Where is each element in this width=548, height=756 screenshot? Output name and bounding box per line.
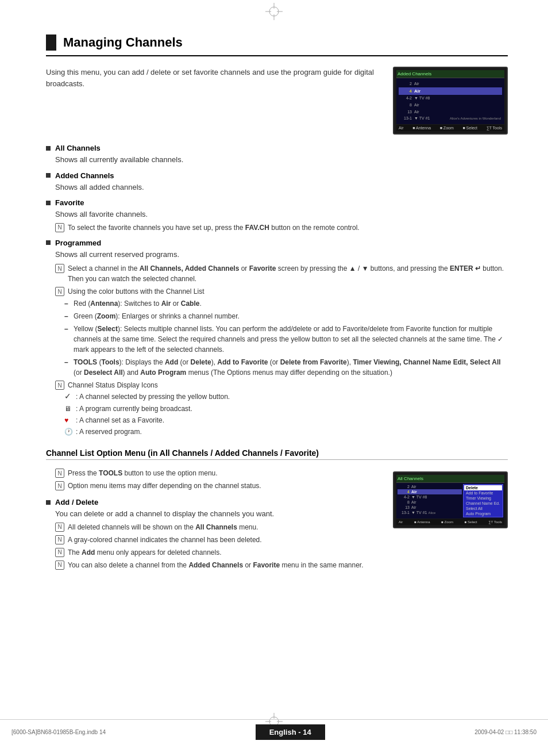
favorite-section: Favorite Shows all favorite channels. N … xyxy=(46,198,508,233)
footer-page-label: English - 14 xyxy=(256,724,325,740)
title-accent xyxy=(46,34,56,51)
page-title: Managing Channels xyxy=(63,35,183,50)
bullet-all-channels xyxy=(46,146,51,151)
note-status: N Channel Status Display Icons xyxy=(55,380,508,390)
note-icon-2: N xyxy=(55,287,64,296)
all-channels-section: All Channels Shows all currently availab… xyxy=(46,144,508,166)
page-footer: [6000-SA]BN68-01985B-Eng.indb 14 English… xyxy=(0,719,548,745)
channel-option-pair: N Press the TOOLS button to use the opti… xyxy=(46,466,508,576)
dash-green: – Green (Zoom): Enlarges or shrinks a ch… xyxy=(64,311,508,321)
add-delete-note-1: N All deleted channels will be shown on … xyxy=(55,522,381,532)
channel-note-1: N Press the TOOLS button to use the opti… xyxy=(55,468,381,478)
note-1: N Select a channel in the All Channels, … xyxy=(55,263,508,284)
add-delete-note-3: N The Add menu only appears for deleted … xyxy=(55,547,381,558)
channel-option-left: N Press the TOOLS button to use the opti… xyxy=(46,466,393,576)
note-icon-cl1: N xyxy=(55,469,64,478)
add-delete-body: You can delete or add a channel to displ… xyxy=(55,508,381,520)
favorite-note: N To select the favorite channels you ha… xyxy=(55,222,508,233)
all-channels-heading: All Channels xyxy=(55,144,101,152)
top-crosshair xyxy=(265,3,283,20)
channel-note-2: N Option menu items may differ depending… xyxy=(55,481,381,491)
note-icon-ad1: N xyxy=(55,523,64,532)
note-icon-ad3: N xyxy=(55,548,64,557)
channel-list-option-section: Channel List Option Menu (in All Channel… xyxy=(46,448,508,576)
note-icon-ad4: N xyxy=(55,561,64,570)
tv-screen-2: All Channels 2 Air 4 Air 4-2 ▼ xyxy=(393,471,508,528)
section-title-bar: Managing Channels xyxy=(46,34,508,56)
note-2: N Using the color buttons with the Chann… xyxy=(55,286,508,297)
add-delete-note-2: N A gray-colored channel indicates the c… xyxy=(55,535,381,545)
status-heart: ♥ : A channel set as a Favorite. xyxy=(64,415,508,425)
note-icon-cl2: N xyxy=(55,481,64,490)
status-timer: 🕐 : A reserved program. xyxy=(64,427,508,437)
dash-list: – Red (Antenna): Switches to Air or Cabl… xyxy=(64,298,508,378)
channel-list-option-heading: Channel List Option Menu (in All Channel… xyxy=(46,448,508,460)
favorite-body: Shows all favorite channels. xyxy=(55,209,508,220)
add-delete-note-2-text: A gray-colored channel indicates the cha… xyxy=(68,535,381,545)
add-delete-note-4: N You can also delete a channel from the… xyxy=(55,560,381,570)
status-broadcast: 🖥 : A program currently being broadcast. xyxy=(64,404,508,414)
programmed-heading: Programmed xyxy=(55,239,101,247)
bullet-add-delete xyxy=(46,500,51,505)
channel-note-1-text: Press the TOOLS button to use the option… xyxy=(68,468,381,478)
note-icon-status: N xyxy=(55,381,64,390)
dash-yellow: – Yellow (Select): Selects multiple chan… xyxy=(64,324,508,355)
all-channels-body: Shows all currently available channels. xyxy=(55,154,508,166)
footer-right: 2009-04-02 □□ 11:38:50 xyxy=(474,729,537,735)
footer-left: [6000-SA]BN68-01985B-Eng.indb 14 xyxy=(11,729,106,735)
favorite-heading: Favorite xyxy=(55,198,84,207)
bullet-added-channels xyxy=(46,173,51,178)
tv-screen-1: Added Channels 2Air 4Air 4-2▼ TV #8 8Air… xyxy=(393,67,508,135)
favorite-note-text: To select the favorite channels you have… xyxy=(68,222,508,233)
add-delete-heading: Add / Delete xyxy=(55,498,98,506)
status-check: ✓ : A channel selected by pressing the y… xyxy=(64,390,508,402)
added-channels-section: Added Channels Shows all added channels. xyxy=(46,171,508,193)
intro-row: Using this menu, you can add / delete or… xyxy=(46,67,508,135)
added-channels-body: Shows all added channels. xyxy=(55,182,508,193)
bullet-programmed xyxy=(46,240,51,245)
dash-red: – Red (Antenna): Switches to Air or Cabl… xyxy=(64,298,508,309)
added-channels-heading: Added Channels xyxy=(55,171,114,180)
programmed-body: Shows all current reserved programs. xyxy=(55,249,508,260)
programmed-section: Programmed Shows all current reserved pr… xyxy=(46,239,508,438)
add-delete-note-3-text: The Add menu only appears for deleted ch… xyxy=(68,547,381,558)
channel-note-2-text: Option menu items may differ depending o… xyxy=(68,481,381,491)
note-1-text: Select a channel in the All Channels, Ad… xyxy=(68,263,508,284)
bullet-favorite xyxy=(46,201,51,205)
note-icon-ad2: N xyxy=(55,535,64,544)
add-delete-section: Add / Delete You can delete or add a cha… xyxy=(46,498,381,570)
add-delete-note-1-text: All deleted channels will be shown on th… xyxy=(68,522,381,532)
note-status-text: Channel Status Display Icons xyxy=(68,380,508,390)
dash-tools: – TOOLS (Tools): Displays the Add (or De… xyxy=(64,357,508,378)
note-icon-fav: N xyxy=(55,223,64,232)
note-2-text: Using the color buttons with the Channel… xyxy=(68,286,508,297)
note-icon-1: N xyxy=(55,264,64,273)
page-container: Managing Channels Using this menu, you c… xyxy=(0,0,548,756)
add-delete-note-4-text: You can also delete a channel from the A… xyxy=(68,560,381,570)
intro-text: Using this menu, you can add / delete or… xyxy=(46,67,393,89)
